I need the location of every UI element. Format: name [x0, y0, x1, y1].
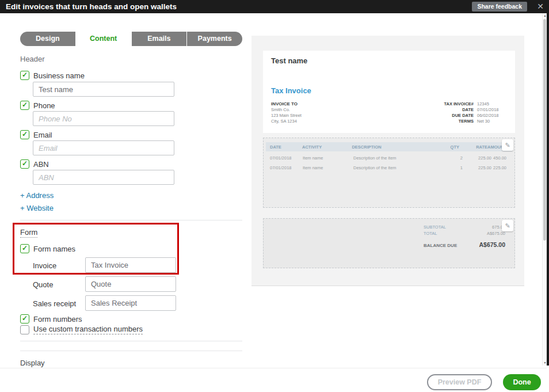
meta-label: DUE DATE	[429, 113, 474, 119]
custom-numbers-checkrow: Use custom transaction numbers	[20, 325, 143, 334]
total-label: TOTAL	[424, 230, 437, 237]
email-input[interactable]	[33, 140, 174, 155]
cell: 2	[443, 155, 463, 161]
business-name-checkbox[interactable]: ✓	[20, 71, 29, 80]
titlebar: Edit invoices that turn heads and open w…	[0, 0, 549, 13]
business-name-checkrow: ✓ Business name	[20, 71, 85, 80]
email-label: Email	[33, 131, 52, 139]
vertical-scrollbar[interactable]: ▲ ▼	[542, 13, 547, 366]
cell: 450.00	[491, 155, 512, 161]
cell: 07/01/2018	[266, 165, 303, 170]
share-feedback-button[interactable]: Share feedback	[472, 2, 527, 12]
business-name-label: Business name	[33, 71, 85, 80]
invoice-table-section[interactable]: DATE ACTIVITY DESCRIPTION QTY RATE AMOUN…	[263, 138, 515, 208]
col-header: DESCRIPTION	[352, 144, 440, 150]
add-website-link[interactable]: + Website	[20, 204, 54, 212]
cell: 225.00	[463, 155, 491, 161]
cell: Item name	[303, 165, 353, 170]
meta-value: 06/02/2018	[477, 113, 507, 119]
abn-checkrow: ✓ ABN	[20, 159, 49, 169]
preview-meta-block: TAX INVOICE#12345 DATE07/01/2018 DUE DAT…	[429, 101, 507, 124]
divider	[20, 341, 242, 341]
sales-receipt-row-label: Sales receipt	[33, 299, 76, 308]
cell: 225.00	[491, 165, 512, 170]
phone-checkrow: ✓ Phone	[20, 101, 55, 110]
preview-form-title: Tax Invoice	[271, 86, 311, 95]
cell: Description of the item	[353, 165, 443, 170]
edit-totals-pencil-icon[interactable]: ✎	[502, 220, 513, 231]
bill-to-line: 123 Main Street	[271, 113, 302, 119]
form-numbers-label: Form numbers	[33, 315, 82, 324]
meta-value: 12345	[477, 101, 507, 107]
tab-design[interactable]: Design	[20, 32, 76, 46]
window-edge	[547, 0, 549, 366]
col-header: QTY	[440, 144, 459, 150]
cell: 225.00	[463, 165, 491, 170]
table-row: 07/01/2018 Item name Description of the …	[266, 163, 512, 172]
col-header: ACTIVITY	[302, 144, 352, 150]
bill-to-label: INVOICE TO	[271, 101, 302, 107]
custom-numbers-checkbox[interactable]	[20, 325, 29, 334]
quote-name-input[interactable]	[85, 276, 176, 292]
balance-due-label: BALANCE DUE	[424, 242, 457, 249]
add-address-link[interactable]: + Address	[20, 191, 54, 200]
scrollbar-thumb[interactable]	[543, 19, 546, 241]
invoice-table-header: DATE ACTIVITY DESCRIPTION QTY RATE AMOUN…	[266, 142, 512, 151]
col-header: RATE	[459, 144, 487, 150]
meta-value: 07/01/2018	[477, 107, 507, 113]
phone-input[interactable]	[33, 111, 174, 126]
meta-label: DATE	[429, 107, 474, 113]
preview-pdf-button[interactable]: Preview PDF	[427, 374, 492, 390]
bill-to-line: City, SA 1234	[271, 119, 302, 124]
totals-block: SUBTOTAL675.00 TOTALA$675.00 BALANCE DUE…	[424, 224, 505, 249]
sales-receipt-name-input[interactable]	[85, 295, 176, 311]
dialog-title: Edit invoices that turn heads and open w…	[6, 0, 177, 13]
quote-row-label: Quote	[33, 280, 53, 289]
balance-due-value: A$675.00	[479, 242, 505, 248]
meta-label: TAX INVOICE#	[429, 101, 474, 107]
invoice-name-input[interactable]	[85, 257, 176, 273]
phone-label: Phone	[33, 101, 55, 110]
phone-checkbox[interactable]: ✓	[20, 101, 29, 110]
tab-content[interactable]: Content	[76, 32, 132, 46]
edit-table-pencil-icon[interactable]: ✎	[502, 139, 513, 151]
preview-bill-to: INVOICE TO Smith Co. 123 Main Street Cit…	[271, 101, 302, 124]
cell: Item name	[303, 155, 353, 161]
invoice-totals-section[interactable]: SUBTOTAL675.00 TOTALA$675.00 BALANCE DUE…	[263, 218, 515, 268]
email-checkrow: ✓ Email	[20, 130, 52, 139]
done-button[interactable]: Done	[503, 374, 541, 390]
tab-bar: Design Content Emails Payments	[20, 32, 242, 46]
subtotal-label: SUBTOTAL	[424, 224, 446, 230]
cell: 1	[443, 165, 463, 170]
invoice-header-card: Test name Tax Invoice INVOICE TO Smith C…	[263, 51, 515, 133]
close-icon[interactable]: ✕	[537, 0, 544, 13]
meta-label: TERMS	[429, 119, 474, 124]
business-name-input[interactable]	[33, 82, 174, 97]
footer-divider	[0, 368, 547, 368]
abn-label: ABN	[33, 160, 49, 169]
form-section-title: Form	[20, 228, 37, 238]
tab-emails[interactable]: Emails	[132, 32, 188, 46]
form-names-label: Form names	[33, 245, 75, 253]
email-checkbox[interactable]: ✓	[20, 130, 29, 139]
preview-business-name: Test name	[271, 56, 307, 65]
bill-to-line: Smith Co.	[271, 107, 302, 113]
custom-numbers-label: Use custom transaction numbers	[33, 325, 143, 334]
invoice-row-label: Invoice	[33, 261, 56, 270]
edit-invoices-dialog: Edit invoices that turn heads and open w…	[0, 0, 549, 392]
scroll-down-icon[interactable]: ▼	[543, 361, 547, 364]
col-header: DATE	[266, 144, 302, 150]
header-section-title: Header	[20, 55, 45, 63]
abn-input[interactable]	[33, 170, 174, 185]
cell: Description of the item	[353, 155, 443, 161]
divider	[20, 220, 242, 220]
meta-value: Net 30	[477, 119, 507, 124]
display-section-title: Display	[20, 359, 45, 367]
scroll-up-icon[interactable]: ▲	[543, 14, 547, 17]
abn-checkbox[interactable]: ✓	[20, 159, 29, 169]
form-names-checkbox[interactable]: ✓	[20, 244, 29, 253]
form-numbers-checkbox[interactable]: ✓	[20, 314, 29, 324]
form-numbers-checkrow: ✓ Form numbers	[20, 314, 82, 324]
invoice-preview-panel: Test name Tax Invoice INVOICE TO Smith C…	[251, 36, 524, 286]
tab-payments[interactable]: Payments	[187, 32, 242, 46]
